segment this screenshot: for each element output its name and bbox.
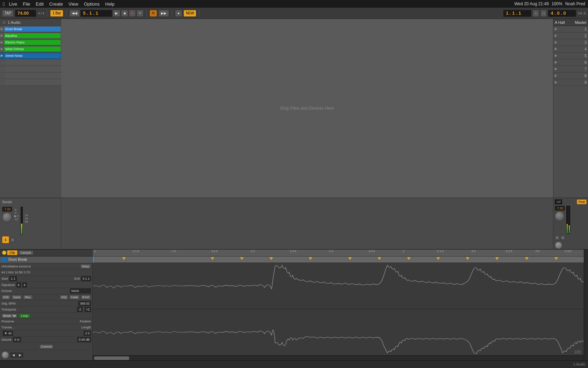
- sig-den[interactable]: 4: [22, 282, 27, 287]
- clip-color-box[interactable]: [1, 257, 7, 262]
- play-button[interactable]: ▶: [113, 10, 120, 17]
- clip-drum-break[interactable]: Drum Break: [4, 27, 61, 32]
- seg-bpm-value[interactable]: 368.02: [78, 301, 91, 306]
- master-play-3[interactable]: [555, 41, 557, 44]
- clip-electric-piano[interactable]: Electric Piano: [4, 40, 61, 45]
- detune-value[interactable]: 0 ct: [13, 337, 21, 342]
- sig-num[interactable]: 4: [16, 282, 21, 287]
- track-empty-4[interactable]: [0, 79, 61, 86]
- master-play-1[interactable]: [555, 28, 557, 30]
- master-row-8[interactable]: 8: [553, 73, 588, 79]
- marker-1[interactable]: [122, 257, 126, 260]
- warp-button[interactable]: Warp: [80, 264, 91, 269]
- marker-6[interactable]: [348, 257, 352, 260]
- clip-ctrl-1[interactable]: ◀: [10, 353, 16, 357]
- save-button[interactable]: Save: [12, 295, 22, 300]
- track-play-street-noise[interactable]: [1, 54, 3, 57]
- menu-edit[interactable]: Edit: [36, 1, 43, 7]
- hiq-button[interactable]: HiQ: [59, 295, 69, 300]
- punch-button[interactable]: ▶▶: [159, 10, 169, 17]
- menu-file[interactable]: File: [23, 1, 30, 7]
- beats-select[interactable]: Beats: [1, 313, 18, 318]
- loop-button[interactable]: ↻: [149, 10, 157, 17]
- marker-13[interactable]: [554, 257, 558, 260]
- commit-button[interactable]: Commit: [39, 344, 54, 349]
- menu-create[interactable]: Create: [49, 1, 63, 7]
- rewind-button[interactable]: ◀◀: [69, 10, 80, 17]
- marker-12[interactable]: [525, 257, 528, 260]
- master-row-3[interactable]: 3: [553, 39, 588, 46]
- record-arm[interactable]: ●: [175, 10, 182, 17]
- track-play-bassline[interactable]: [1, 34, 3, 37]
- track-play-wind-chimes[interactable]: [1, 48, 3, 50]
- master-a-btn[interactable]: A: [555, 235, 560, 240]
- clip-knob-1[interactable]: [1, 351, 9, 359]
- marker-10[interactable]: [466, 257, 469, 260]
- marker-7[interactable]: [378, 257, 381, 260]
- rev-button[interactable]: Rev.: [23, 295, 33, 300]
- track-street-noise[interactable]: Street Noise: [0, 53, 61, 59]
- marker-5[interactable]: [309, 257, 312, 260]
- master-row-2[interactable]: 2: [553, 33, 588, 39]
- clip-street-noise[interactable]: Street Noise: [4, 53, 61, 58]
- ram-button[interactable]: RAM: [80, 295, 91, 300]
- clip-wind-chimes[interactable]: Wind Chimes: [4, 47, 61, 52]
- volume-knob[interactable]: [2, 212, 12, 222]
- master-play-7[interactable]: [555, 68, 557, 70]
- clip-ctrl-2[interactable]: ▶: [17, 353, 23, 357]
- post-button[interactable]: Post: [577, 199, 587, 204]
- track-electric-piano[interactable]: Electric Piano: [0, 39, 61, 46]
- waveform-scrollbar[interactable]: [93, 355, 584, 360]
- track-empty-2[interactable]: [0, 66, 61, 73]
- groove-value[interactable]: None: [70, 288, 91, 293]
- track-play-drum-break[interactable]: [1, 28, 3, 30]
- solo-btn[interactable]: S: [10, 237, 15, 242]
- loop-arrow-2[interactable]: →: [540, 10, 547, 17]
- position-display[interactable]: 5 . 1 . 1: [80, 10, 112, 17]
- loop-button-clip[interactable]: Loop: [19, 313, 30, 318]
- master-row-6[interactable]: 6: [553, 59, 588, 66]
- menu-help[interactable]: Help: [105, 1, 115, 7]
- start-value[interactable]: 1 1: [9, 276, 17, 281]
- track-play-electric-piano[interactable]: [1, 41, 3, 44]
- master-row-1[interactable]: 1: [553, 26, 588, 33]
- gain-value[interactable]: 0.00 dB: [77, 337, 91, 342]
- master-s-btn[interactable]: S: [560, 235, 565, 240]
- scrollbar-thumb[interactable]: [94, 356, 129, 360]
- record-button[interactable]: ●: [129, 10, 136, 17]
- master-play-8[interactable]: [555, 74, 557, 77]
- bar-button[interactable]: 1 Bar: [50, 10, 63, 17]
- menu-live[interactable]: Live: [9, 1, 17, 7]
- loop-end-display[interactable]: 4 . 0 . 0: [548, 10, 576, 17]
- transpose-minus[interactable]: -2: [77, 307, 83, 312]
- master-row-9[interactable]: 9: [553, 79, 588, 86]
- vertical-scrollbar[interactable]: [584, 250, 588, 360]
- track-wind-chimes[interactable]: Wind Chimes: [0, 46, 61, 53]
- marker-4[interactable]: [270, 257, 273, 260]
- stop-button[interactable]: ■: [121, 10, 128, 17]
- track-empty-1[interactable]: [0, 59, 61, 66]
- volume-display[interactable]: -7.02: [2, 207, 12, 212]
- master-volume-knob[interactable]: [555, 211, 565, 221]
- clip-tab[interactable]: Clip: [7, 250, 18, 255]
- marker-8[interactable]: [407, 257, 411, 260]
- master-volume-display[interactable]: -7.02: [555, 206, 565, 211]
- track-empty-3[interactable]: [0, 73, 61, 79]
- track-bassline[interactable]: Bassline: [0, 33, 61, 39]
- end-value[interactable]: 3 1 1: [81, 276, 91, 281]
- marker-3[interactable]: [240, 257, 244, 260]
- track-number-badge[interactable]: 1: [2, 236, 9, 243]
- loop-start-display[interactable]: 1 . 1 . 1: [503, 10, 531, 17]
- apple-menu[interactable]: : [3, 1, 5, 7]
- tap-button[interactable]: TAP: [2, 10, 14, 17]
- sample-tab[interactable]: Sample: [18, 250, 34, 255]
- clip-bassline[interactable]: Bassline: [4, 33, 61, 38]
- master-play-6[interactable]: [555, 61, 557, 64]
- plus-button[interactable]: +: [136, 10, 144, 17]
- master-row-7[interactable]: 7: [553, 66, 588, 73]
- master-play-2[interactable]: [555, 34, 557, 37]
- master-row-5[interactable]: 5: [553, 53, 588, 59]
- master-row-4[interactable]: 4: [553, 46, 588, 53]
- edit-button[interactable]: Edit: [1, 295, 10, 300]
- marker-11[interactable]: [495, 257, 499, 260]
